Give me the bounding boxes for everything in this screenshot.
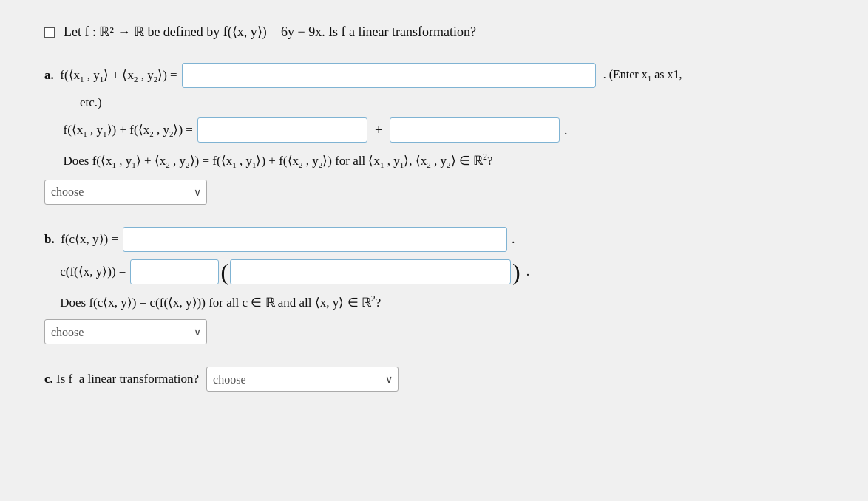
section-b-close-paren: ) — [512, 260, 521, 284]
section-a-input1[interactable] — [182, 63, 596, 88]
checkbox-icon[interactable] — [44, 27, 55, 38]
section-a-does-line: Does f(⟨x1 , y1⟩ + ⟨x2 , y2⟩) = f(⟨x1 , … — [44, 150, 831, 172]
section-b: b. f(c⟨x, y⟩) = . c(f(⟨x, y⟩)) = ( ) . D… — [37, 227, 831, 345]
section-a-line1: a. f(⟨x1 , y1⟩ + ⟨x2 , y2⟩) = . (Enter x… — [44, 63, 831, 88]
section-c: c. Is f a linear transformation? choose … — [37, 367, 831, 392]
section-c-label: c. Is f a linear transformation? — [44, 372, 199, 386]
section-b-dot2: . — [526, 264, 530, 279]
section-a-dot: . — [564, 123, 568, 138]
section-b-dropdown[interactable]: choose yes no — [44, 319, 207, 344]
section-b-dropdown-wrapper[interactable]: choose yes no — [44, 319, 207, 344]
section-a-plus: + — [375, 123, 382, 138]
section-b-does-line: Does f(c⟨x, y⟩) = c(f(⟨x, y⟩)) for all c… — [44, 292, 831, 313]
header-text: Let f : ℝ² → ℝ be defined by f(⟨x, y⟩) =… — [64, 22, 476, 42]
section-a-input2a[interactable] — [197, 117, 367, 143]
section-c-dropdown-wrapper[interactable]: choose yes no — [206, 367, 399, 392]
section-b-input1[interactable] — [123, 227, 507, 252]
section-a-etc: etc.) — [44, 95, 831, 110]
section-b-open-paren: ( — [220, 260, 228, 284]
section-b-input2a[interactable] — [130, 259, 219, 284]
section-a: a. f(⟨x1 , y1⟩ + ⟨x2 , y2⟩) = . (Enter x… — [37, 63, 831, 205]
section-a-line2-label: f(⟨x1 , y1⟩) + f(⟨x2 , y2⟩) = — [44, 122, 193, 138]
page-container: Let f : ℝ² → ℝ be defined by f(⟨x, y⟩) =… — [22, 15, 846, 421]
section-c-row: c. Is f a linear transformation? choose … — [44, 367, 831, 392]
section-b-line2: c(f(⟨x, y⟩)) = ( ) . — [44, 259, 831, 284]
section-c-dropdown[interactable]: choose yes no — [206, 367, 399, 392]
section-b-line1: b. f(c⟨x, y⟩) = . — [44, 227, 831, 252]
section-a-line2: f(⟨x1 , y1⟩) + f(⟨x2 , y2⟩) = + . — [44, 117, 831, 143]
section-a-note: . (Enter x1 as x1, — [603, 68, 682, 83]
section-a-dropdown[interactable]: choose yes no — [44, 180, 207, 205]
section-b-line1-label: b. f(c⟨x, y⟩) = — [44, 231, 118, 247]
section-b-input2b[interactable] — [230, 259, 511, 284]
section-a-input2b[interactable] — [390, 117, 560, 143]
header-line: Let f : ℝ² → ℝ be defined by f(⟨x, y⟩) =… — [37, 22, 831, 42]
section-b-dot1: . — [512, 231, 515, 247]
section-a-dropdown-wrapper[interactable]: choose yes no — [44, 180, 207, 205]
section-a-line1-label: a. f(⟨x1 , y1⟩ + ⟨x2 , y2⟩) = — [44, 67, 177, 84]
section-b-line2-label: c(f(⟨x, y⟩)) = — [44, 264, 126, 279]
